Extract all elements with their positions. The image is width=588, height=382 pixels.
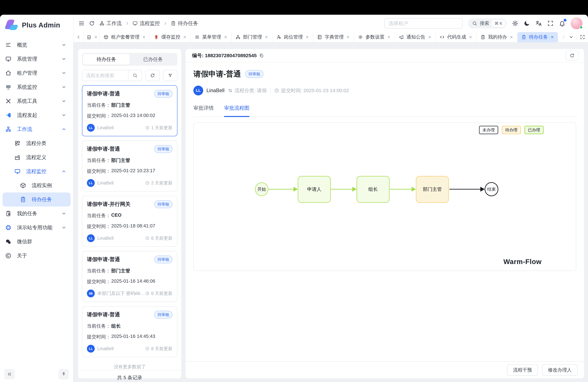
tab-code-gen[interactable]: 代码生成 bbox=[436, 32, 477, 42]
sidebar-item-process-category[interactable]: 流程分类 bbox=[0, 136, 73, 150]
close-icon[interactable] bbox=[428, 35, 432, 39]
tabs-dropdown-button[interactable] bbox=[569, 35, 574, 40]
flow-node-end[interactable]: 结束 bbox=[485, 182, 498, 196]
tab-my-todo[interactable]: 我的待办 bbox=[477, 32, 517, 42]
sidebar-item-tenant-mgmt[interactable]: 租户管理 bbox=[0, 66, 73, 80]
tab-todo-tasks[interactable]: 待办任务 bbox=[517, 32, 558, 42]
clipboard-icon bbox=[20, 196, 26, 203]
flow-node-team-leader[interactable]: 组长 bbox=[357, 176, 390, 203]
notifications-button[interactable] bbox=[559, 20, 566, 27]
no-more-data-text: 没有更多数据了 bbox=[78, 364, 181, 370]
tabs-scroll-right[interactable] bbox=[561, 35, 566, 39]
sidebar-item-process-start[interactable]: 流程发起 bbox=[0, 108, 73, 122]
clipboard-user-icon bbox=[5, 211, 11, 217]
tab-approval-flowchart[interactable]: 审批流程图 bbox=[224, 105, 250, 117]
task-filter-button[interactable] bbox=[163, 70, 177, 81]
tab-notice[interactable]: 通知公告 bbox=[395, 32, 436, 42]
close-icon[interactable] bbox=[510, 35, 513, 39]
task-search-button[interactable] bbox=[128, 70, 142, 81]
tab-menu-mgmt[interactable]: 菜单管理 bbox=[191, 32, 231, 42]
task-card[interactable]: 请假申请-并行网关待审核 当前任务：CEO 提交时间：2025-01-18 08… bbox=[82, 196, 177, 247]
tab-cache-monitor[interactable]: redis 缓存监控 bbox=[150, 32, 191, 42]
flow-node-start[interactable]: 开始 bbox=[255, 182, 268, 196]
fullscreen-button[interactable] bbox=[547, 20, 554, 27]
breadcrumb-workflow[interactable]: 工作流 bbox=[99, 20, 122, 27]
close-icon[interactable] bbox=[387, 35, 391, 39]
category-grid-icon bbox=[228, 88, 232, 93]
close-icon[interactable] bbox=[183, 35, 187, 39]
sidebar-item-system-mgmt[interactable]: 系统管理 bbox=[0, 52, 73, 66]
tenant-select[interactable] bbox=[384, 18, 463, 29]
task-card[interactable]: 请假申请-普通待审核 当前任务：部门主管 提交时间：2025-01-22 10:… bbox=[82, 141, 177, 191]
monitor-icon bbox=[14, 168, 21, 174]
tab-tenant-package[interactable]: 租户套餐管理 bbox=[100, 32, 150, 42]
sidebar-item-system-tools[interactable]: 系统工具 bbox=[0, 94, 73, 108]
detail-refresh-button[interactable] bbox=[566, 50, 579, 61]
settings-button[interactable] bbox=[512, 20, 518, 27]
refresh-icon bbox=[150, 73, 155, 78]
submit-time: 提交时间: 2025-01-23 14:00:02 bbox=[281, 87, 349, 94]
sidebar-item-todo-tasks[interactable]: 待办任务 bbox=[3, 192, 71, 207]
double-chevron-left-icon bbox=[7, 372, 12, 377]
dark-mode-toggle[interactable] bbox=[524, 20, 530, 27]
sidebar-item-my-tasks[interactable]: 我的任务 bbox=[0, 207, 73, 221]
user-avatar[interactable] bbox=[571, 18, 583, 29]
tab-dict-mgmt[interactable]: 字典管理 bbox=[313, 32, 354, 42]
tab-param-settings[interactable]: 参数设置 bbox=[354, 32, 395, 42]
close-icon[interactable] bbox=[469, 35, 472, 39]
cube-icon bbox=[20, 182, 26, 189]
updated-time: 6 天前更新 bbox=[151, 235, 172, 241]
hamburger-menu-button[interactable] bbox=[78, 20, 84, 26]
avatar: LL bbox=[87, 124, 95, 132]
notification-badge bbox=[564, 19, 567, 21]
task-search-input[interactable] bbox=[82, 70, 128, 81]
pin-sidebar-button[interactable] bbox=[59, 369, 69, 379]
tab-approval-detail[interactable]: 审批详情 bbox=[193, 105, 214, 117]
sidebar-item-wechat-group[interactable]: 微信群 bbox=[0, 235, 73, 249]
process-title: 请假申请-普通 bbox=[193, 69, 241, 79]
breadcrumb-todo-tasks[interactable]: 待办任务 bbox=[171, 20, 198, 27]
flow-edge bbox=[331, 189, 352, 190]
tab-partial[interactable] bbox=[84, 32, 100, 42]
close-icon[interactable] bbox=[550, 35, 554, 39]
language-button[interactable] bbox=[535, 20, 542, 27]
task-card[interactable]: 请假申请-普通待审核 当前任务：组长 提交时间：2025-01-16 14:45… bbox=[82, 306, 177, 357]
close-icon[interactable] bbox=[305, 35, 309, 39]
sidebar-item-about[interactable]: 关于 bbox=[0, 249, 73, 263]
segment-done[interactable]: 已办任务 bbox=[130, 54, 176, 65]
tabbar-controls bbox=[561, 32, 588, 42]
tabs-scroll-left[interactable] bbox=[74, 32, 84, 42]
flowchart-canvas[interactable]: 未办理 待办理 已办理 开始 申请人 组长 部门主管 结束 War bbox=[193, 123, 576, 271]
sidebar: Plus Admin 概览 系统管理 租户管理 系统监控 bbox=[0, 15, 74, 382]
refresh-page-button[interactable] bbox=[89, 21, 95, 26]
sidebar-item-process-instance[interactable]: 流程实例 bbox=[0, 178, 73, 192]
home-icon bbox=[5, 70, 11, 76]
flow-node-applicant[interactable]: 申请人 bbox=[298, 176, 331, 203]
close-icon[interactable] bbox=[94, 35, 98, 39]
close-icon[interactable] bbox=[346, 35, 350, 39]
sidebar-item-overview[interactable]: 概览 bbox=[0, 38, 73, 52]
task-card[interactable]: 请假申请-普通待审核 当前任务：部门主管 提交时间：2025-01-16 14:… bbox=[82, 251, 177, 302]
sidebar-item-process-definition[interactable]: 流程定义 bbox=[0, 150, 73, 164]
collapse-sidebar-button[interactable] bbox=[4, 369, 15, 379]
sidebar-item-system-monitor[interactable]: 系统监控 bbox=[0, 80, 73, 94]
task-card[interactable]: 请假申请-普通待审核 当前任务：部门主管 提交时间：2025-01-23 14:… bbox=[82, 85, 177, 136]
copy-icon[interactable] bbox=[259, 53, 264, 58]
close-icon[interactable] bbox=[265, 35, 268, 39]
breadcrumb-process-monitor[interactable]: 流程监控 bbox=[132, 20, 160, 27]
flow-node-dept-manager[interactable]: 部门主管 bbox=[416, 176, 449, 203]
segment-todo[interactable]: 待办任务 bbox=[83, 54, 130, 65]
close-icon[interactable] bbox=[142, 35, 146, 39]
content-fullscreen-button[interactable] bbox=[580, 35, 585, 40]
tab-post-mgmt[interactable]: 岗位管理 bbox=[273, 32, 313, 42]
task-refresh-button[interactable] bbox=[145, 70, 160, 81]
global-search[interactable]: 搜索 ⌘ K bbox=[468, 18, 507, 28]
tab-dept-mgmt[interactable]: 部门管理 bbox=[231, 32, 273, 42]
change-assignee-button[interactable]: 修改办理人 bbox=[542, 364, 578, 376]
workflow-icon bbox=[5, 126, 11, 132]
close-icon[interactable] bbox=[224, 35, 227, 39]
sidebar-item-demo-features[interactable]: 演示站专用功能 bbox=[0, 221, 73, 235]
process-intervene-button[interactable]: 流程干预 bbox=[507, 364, 538, 376]
sidebar-item-workflow[interactable]: 工作流 bbox=[0, 122, 73, 136]
sidebar-item-process-monitor[interactable]: 流程监控 bbox=[0, 164, 73, 178]
